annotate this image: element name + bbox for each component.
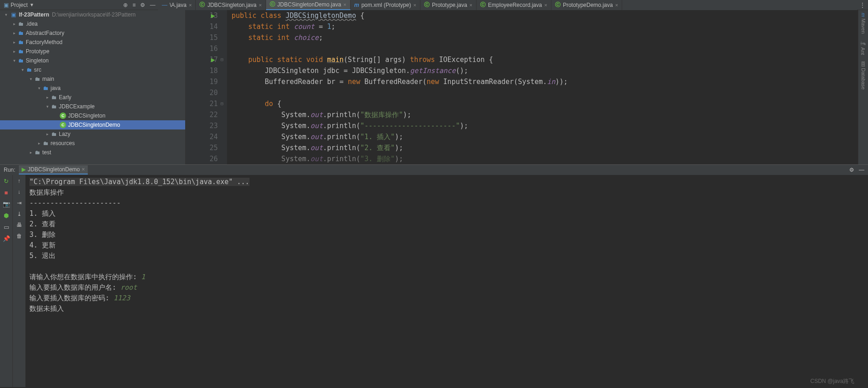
database-tool-button[interactable]: 🗄 Database — [861, 62, 866, 90]
project-tool-button[interactable]: ▣ Project ▼ — [0, 0, 38, 10]
gear-icon[interactable]: ⚙ — [849, 167, 854, 173]
tab-label: EmployeeRecord.java — [488, 2, 542, 8]
tab-label: \A.java — [170, 2, 187, 8]
dump-icon[interactable]: 📷 — [3, 201, 10, 208]
tree-item[interactable]: CJDBCSingleton — [0, 111, 185, 120]
editor-tab[interactable]: ⓒPrototype.java× — [420, 0, 477, 10]
tree-item[interactable]: 🖿Lazy — [0, 129, 185, 139]
folder-icon: 🖿 — [18, 48, 24, 55]
class-icon: ⓒ — [424, 1, 430, 9]
down-icon[interactable]: ↓ — [18, 189, 21, 195]
code-editor[interactable]: 13▶14151617▶⊟18192021⊟2223242526 public … — [186, 10, 868, 164]
debug-icon[interactable]: ⬢ — [4, 212, 9, 219]
tree-arrow-icon[interactable] — [20, 67, 25, 72]
pin-icon[interactable]: 📌 — [3, 235, 10, 242]
tree-item[interactable]: CJDBCSingletonDemo — [0, 120, 185, 129]
tree-arrow-icon[interactable] — [12, 31, 17, 35]
wrap-icon[interactable]: ⇥ — [17, 200, 22, 206]
tree-item[interactable]: 🖿resources — [0, 139, 185, 148]
run-toolbar-primary: ↻ ■ 📷 ⬢ ▭ 📌 — [0, 175, 13, 387]
tree-root[interactable]: ▣ lf-23Pattern D:\wenjian\workspace\lf-2… — [0, 10, 185, 19]
layout-icon[interactable]: ▭ — [4, 224, 9, 231]
close-icon[interactable]: × — [615, 2, 618, 8]
tree-arrow-icon[interactable] — [37, 86, 41, 90]
tree-item[interactable]: 🖿.idea — [0, 19, 185, 28]
editor-gutter[interactable]: 13▶14151617▶⊟18192021⊟2223242526 — [186, 10, 227, 164]
tree-item-label: Singleton — [26, 57, 49, 64]
close-icon[interactable]: × — [413, 2, 416, 8]
editor-tab[interactable]: ⓒPrototypeDemo.java× — [551, 0, 622, 10]
editor-tab[interactable]: ⓒEmployeeRecord.java× — [477, 0, 551, 10]
close-icon[interactable]: × — [343, 2, 346, 7]
tree-arrow-icon[interactable] — [28, 150, 33, 155]
tree-arrow-icon[interactable] — [37, 141, 41, 146]
run-gutter-icon[interactable]: ▶ — [211, 54, 215, 65]
editor-tab[interactable]: ⓒJDBCSingleton.java× — [196, 0, 266, 10]
tree-item[interactable]: 🖿JDBCExample — [0, 102, 185, 111]
stop-icon[interactable]: ■ — [5, 189, 8, 196]
class-icon: ⓒ — [480, 1, 486, 9]
tree-item-label: FactoryMethod — [26, 39, 62, 45]
tree-item[interactable]: 🖿FactoryMethod — [0, 38, 185, 47]
tree-item[interactable]: 🖿java — [0, 84, 185, 93]
close-icon[interactable]: × — [259, 2, 261, 8]
close-icon[interactable]: × — [82, 166, 85, 173]
tab-label: Prototype.java — [432, 2, 467, 8]
tree-arrow-icon[interactable] — [45, 132, 50, 136]
run-config-tab[interactable]: ▶ JDBCSingletonDemo × — [19, 165, 87, 174]
tabs-overflow-icon[interactable]: ⋮ — [857, 2, 868, 8]
tab-label: JDBCSingleton.java — [207, 2, 256, 8]
editor-code[interactable]: public class JDBCSingletonDemo { static … — [227, 10, 568, 164]
chevron-down-icon[interactable] — [4, 12, 8, 17]
editor-tab[interactable]: mpom.xml (Prototype)× — [351, 0, 420, 10]
application-icon: ▶ — [22, 166, 26, 173]
close-icon[interactable]: × — [544, 2, 547, 8]
gear-icon[interactable]: ⚙ — [140, 2, 145, 8]
editor-tab[interactable]: ⓒJDBCSingletonDemo.java× — [266, 0, 351, 10]
fold-icon[interactable]: ⊟ — [221, 98, 223, 109]
tree-item[interactable]: 🖿main — [0, 74, 185, 84]
tree-arrow-icon[interactable] — [12, 49, 17, 54]
tree-item[interactable]: 🖿AbstractFactory — [0, 28, 185, 38]
editor-tab[interactable]: —\A.java× — [158, 0, 196, 10]
maven-tool-button[interactable]: m Maven — [861, 13, 866, 34]
class-icon: ⓒ — [555, 1, 561, 9]
expand-icon[interactable]: ≡ — [132, 2, 136, 8]
print-icon[interactable]: 🖶 — [17, 222, 22, 228]
tree-arrow-icon[interactable] — [45, 95, 50, 100]
run-gutter-icon[interactable]: ▶ — [211, 10, 215, 21]
folder-icon: 🖿 — [51, 94, 57, 101]
maven-icon: m — [354, 2, 359, 8]
up-icon[interactable]: ↑ — [18, 178, 21, 184]
hide-icon[interactable]: — — [150, 2, 155, 8]
hide-icon[interactable]: — — [859, 167, 864, 173]
fold-icon[interactable]: ⊟ — [221, 54, 223, 65]
close-icon[interactable]: × — [189, 2, 192, 8]
console-output[interactable]: "C:\Program Files\Java\jdk1.8.0_152\bin\… — [26, 175, 868, 387]
project-name: lf-23Pattern — [19, 11, 49, 18]
tree-item[interactable]: 🖿test — [0, 148, 185, 157]
tree-item[interactable]: 🖿Singleton — [0, 56, 185, 65]
tree-arrow-icon[interactable] — [45, 104, 50, 109]
folder-icon: 🖿 — [18, 21, 24, 27]
tree-arrow-icon[interactable] — [28, 77, 33, 81]
folder-icon: 🖿 — [51, 103, 57, 110]
tree-arrow-icon[interactable] — [12, 58, 17, 63]
module-icon: ▣ — [11, 11, 16, 18]
tree-arrow-icon[interactable] — [12, 40, 17, 45]
clear-icon[interactable]: 🗑 — [17, 233, 22, 239]
tree-item[interactable]: 🖿Early — [0, 93, 185, 102]
watermark: CSDN @java路飞 — [810, 377, 854, 385]
project-path: D:\wenjian\workspace\lf-23Pattern — [52, 11, 136, 18]
ant-tool-button[interactable]: 🐜 Ant — [860, 40, 866, 55]
tree-arrow-icon[interactable] — [12, 22, 17, 26]
folder-icon: 🖿 — [51, 131, 57, 137]
scroll-icon[interactable]: ⤓ — [17, 211, 22, 217]
rerun-icon[interactable]: ↻ — [4, 178, 9, 185]
close-icon[interactable]: × — [470, 2, 472, 8]
editor-tabs: —\A.java×ⓒJDBCSingleton.java×ⓒJDBCSingle… — [158, 0, 857, 10]
target-icon[interactable]: ⊕ — [123, 2, 128, 8]
console-line: 输入要插入数据库的密码: 1123 — [29, 293, 864, 304]
tree-item[interactable]: 🖿src — [0, 65, 185, 74]
tree-item[interactable]: 🖿Prototype — [0, 47, 185, 56]
